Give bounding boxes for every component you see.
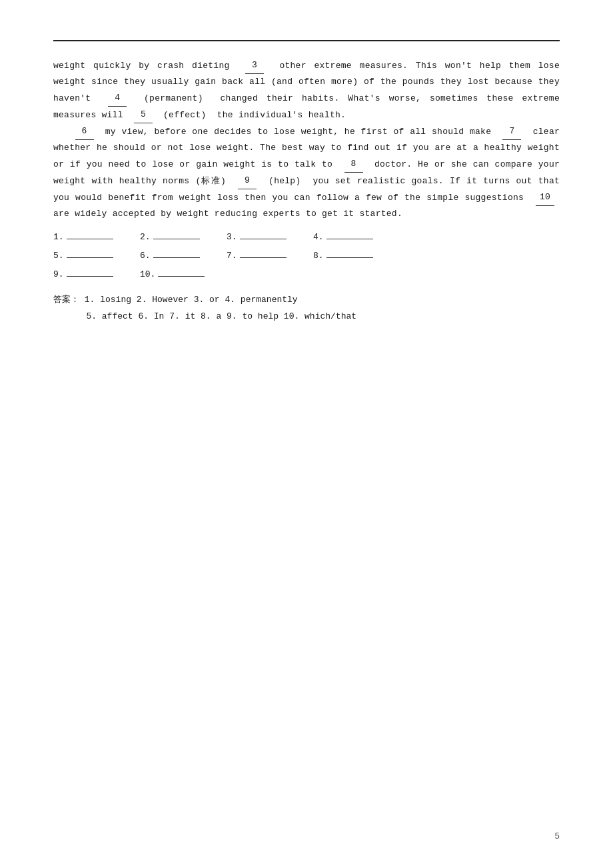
blank-item-4: 4. [313, 229, 400, 246]
blank-10: 10 [536, 189, 554, 206]
blank-8: 8 [344, 156, 363, 173]
main-text-block: weight quickly by crash dieting 3 other … [53, 57, 560, 222]
blank-item-7: 7. [227, 247, 313, 265]
blank-item-5: 5. [53, 247, 140, 265]
blank-item-3: 3. [227, 229, 313, 246]
blanks-grid: 1. 2. 3. 4. 5. 6. [53, 229, 560, 283]
p2-text-after-10: are widely accepted by weight reducing e… [53, 209, 402, 219]
p1-text-after-5: the individual's health. [217, 110, 346, 120]
answers-section: 答案： 1. losing 2. However 3. or 4. perman… [53, 291, 560, 324]
p2-paren-9: (help) [269, 176, 301, 186]
blank-item-8: 8. [313, 247, 400, 265]
p2-text-after-6: my view, before one decides to lose weig… [105, 127, 492, 137]
blanks-row-1: 1. 2. 3. 4. [53, 229, 560, 246]
blank-item-10: 10. [140, 266, 227, 283]
p1-paren-4: (permanent) [144, 93, 203, 103]
top-divider [53, 40, 560, 41]
blank-item-9: 9. [53, 266, 140, 283]
blank-6: 6 [75, 123, 94, 140]
blank-item-6: 6. [140, 247, 227, 265]
blank-3: 3 [245, 57, 264, 74]
page-number: 5 [554, 831, 560, 841]
blanks-row-3: 9. 10. [53, 266, 560, 283]
blank-item-1: 1. [53, 229, 140, 246]
blank-item-2: 2. [140, 229, 227, 246]
answers-line2: 5. affect 6. In 7. it 8. a 9. to help 10… [86, 311, 356, 321]
p1-paren-5: (effect) [163, 110, 207, 120]
blank-4: 4 [108, 90, 127, 107]
blank-7: 7 [502, 123, 521, 140]
p1-text-before-3: weight quickly by crash dieting [53, 61, 230, 71]
answers-line1: 1. losing 2. However 3. or 4. permanentl… [85, 295, 298, 305]
answers-label: 答案： [53, 294, 79, 304]
blanks-row-2: 5. 6. 7. 8. [53, 247, 560, 265]
blank-9: 9 [238, 173, 257, 189]
paragraph-2: 6 my view, before one decides to lose we… [53, 123, 560, 222]
page-container: weight quickly by crash dieting 3 other … [0, 0, 613, 868]
blank-5: 5 [134, 107, 153, 123]
paragraph-1: weight quickly by crash dieting 3 other … [53, 57, 560, 123]
